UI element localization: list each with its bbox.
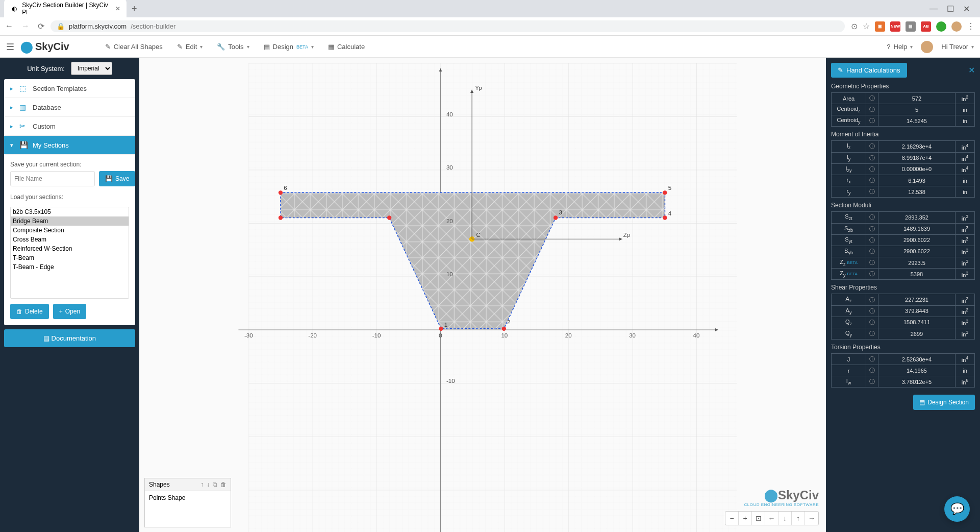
ext-icon-avatar[interactable] xyxy=(951,21,962,32)
reload-icon[interactable]: ⟳ xyxy=(38,21,44,31)
menu-clear-shapes[interactable]: ✎ Clear All Shapes xyxy=(105,43,163,51)
sidebar-item-custom[interactable]: ▸ ✂ Custom xyxy=(4,117,135,136)
address-bar: ← → ⟳ 🔒 platform.skyciv.com/section-buil… xyxy=(0,17,980,36)
ext-icon-1[interactable]: ▣ xyxy=(875,21,885,32)
info-icon[interactable]: ⓘ xyxy=(866,212,878,223)
pan-up-button[interactable]: ↑ xyxy=(792,512,805,525)
my-sections-body: Save your current section: 💾 Save Load y… xyxy=(4,155,135,325)
hand-calculations-button[interactable]: ✎ Hand Calculations xyxy=(831,63,907,78)
info-icon[interactable]: ⓘ xyxy=(866,257,878,269)
hamburger-icon[interactable]: ☰ xyxy=(6,41,14,53)
help-button[interactable]: ? Help ▾ xyxy=(887,43,913,51)
zoom-in-button[interactable]: + xyxy=(739,512,752,525)
filename-input[interactable] xyxy=(10,171,95,186)
move-down-icon[interactable]: ↓ xyxy=(207,481,210,488)
chevron-down-icon: ▾ xyxy=(910,44,913,50)
user-area: ? Help ▾ Hi Trevor ▾ xyxy=(887,41,974,53)
menu-tools[interactable]: 🔧 Tools ▾ xyxy=(217,43,249,51)
info-icon[interactable]: ⓘ xyxy=(866,294,878,305)
ext-icon-new[interactable]: NEW xyxy=(890,21,900,32)
ext-icon-abp[interactable]: AB xyxy=(921,21,931,32)
design-section-button[interactable]: ▤ Design Section xyxy=(913,395,975,410)
info-icon[interactable]: ⓘ xyxy=(866,305,878,317)
canvas-area[interactable]: 1 2 3 4 5 6 C Yp Zp -30-20-10010203040 -… xyxy=(139,58,826,532)
info-icon[interactable]: ⓘ xyxy=(866,163,878,175)
close-window-icon[interactable]: ✕ xyxy=(963,4,970,14)
move-up-icon[interactable]: ↑ xyxy=(200,481,204,488)
info-icon[interactable]: ⓘ xyxy=(866,115,878,127)
avatar[interactable] xyxy=(921,41,933,53)
custom-icon: ✂ xyxy=(19,122,28,130)
sidebar-item-templates[interactable]: ▸ ⬚ Section Templates xyxy=(4,79,135,98)
info-icon[interactable]: ⓘ xyxy=(866,223,878,234)
ext-icon-pdf[interactable]: ▤ xyxy=(906,21,916,32)
info-icon[interactable]: ⓘ xyxy=(866,365,878,376)
info-icon[interactable]: ⓘ xyxy=(866,93,878,104)
chat-bubble-button[interactable]: 💬 xyxy=(944,496,970,522)
info-icon[interactable]: ⓘ xyxy=(866,354,878,365)
url-domain: platform.skyciv.com xyxy=(69,22,127,30)
sidebar-item-database[interactable]: ▸ ▥ Database xyxy=(4,98,135,117)
save-button[interactable]: 💾 Save xyxy=(99,171,135,186)
edit-icon: ✎ xyxy=(177,43,183,51)
pan-left-button[interactable]: ← xyxy=(765,512,778,525)
shapes-list[interactable]: Points Shape xyxy=(145,491,231,527)
new-tab-button[interactable]: + xyxy=(127,4,142,14)
menu-calculate[interactable]: ▦ Calculate xyxy=(328,43,365,51)
chevron-down-icon: ▾ xyxy=(10,142,14,149)
back-icon[interactable]: ← xyxy=(5,21,13,31)
shape-item[interactable]: Points Shape xyxy=(149,494,227,501)
group-geometric: Geometric Properties xyxy=(831,83,975,90)
info-icon[interactable]: ⓘ xyxy=(866,328,878,340)
pan-down-button[interactable]: ↓ xyxy=(778,512,792,525)
browser-tab[interactable]: ◐ SkyCiv Section Builder | SkyCiv Pl ✕ xyxy=(4,0,127,19)
table-row: Zy BETAⓘ5398in3 xyxy=(832,269,975,280)
info-icon[interactable]: ⓘ xyxy=(866,104,878,115)
info-icon[interactable]: ⓘ xyxy=(866,186,878,198)
table-row: Iwⓘ3.78012e+5in6 xyxy=(832,376,975,388)
svg-point-15 xyxy=(279,190,283,195)
url-box[interactable]: 🔒 platform.skyciv.com/section-builder xyxy=(51,20,845,32)
info-icon[interactable]: ⓘ xyxy=(866,246,878,257)
info-icon[interactable]: ⓘ xyxy=(866,317,878,328)
search-icon[interactable]: ⊙ xyxy=(851,21,858,31)
pan-right-button[interactable]: → xyxy=(805,512,818,525)
forward-icon[interactable]: → xyxy=(21,21,30,31)
delete-shape-icon[interactable]: 🗑 xyxy=(220,481,227,488)
info-icon[interactable]: ⓘ xyxy=(866,175,878,186)
star-icon[interactable]: ☆ xyxy=(863,21,870,31)
svg-point-7 xyxy=(502,327,506,331)
table-row: Izyⓘ0.00000e+0in4 xyxy=(832,163,975,175)
ext-icon-green[interactable] xyxy=(936,21,946,32)
maximize-icon[interactable]: ☐ xyxy=(947,4,954,14)
copy-icon[interactable]: ⧉ xyxy=(213,481,217,488)
unit-select[interactable]: Imperial xyxy=(71,62,112,75)
info-icon[interactable]: ⓘ xyxy=(866,234,878,246)
table-row: Centroidzⓘ5in xyxy=(832,104,975,115)
logo[interactable]: ⬤ SkyCiv xyxy=(20,40,69,54)
info-icon[interactable]: ⓘ xyxy=(866,269,878,280)
info-icon[interactable]: ⓘ xyxy=(866,376,878,388)
table-row: Areaⓘ572in2 xyxy=(832,93,975,104)
menu-edit[interactable]: ✎ Edit ▾ xyxy=(177,43,203,51)
svg-point-18 xyxy=(387,215,391,220)
user-greeting[interactable]: Hi Trevor ▾ xyxy=(941,43,974,51)
sections-listbox[interactable]: b2b C3.5x105Bridge BeamComposite Section… xyxy=(10,207,129,299)
open-button[interactable]: + Open xyxy=(53,304,86,319)
zoom-out-button[interactable]: − xyxy=(725,512,739,525)
tab-close-icon[interactable]: ✕ xyxy=(115,5,120,12)
info-icon[interactable]: ⓘ xyxy=(866,141,878,152)
delete-button[interactable]: 🗑 Delete xyxy=(10,304,49,319)
unit-label: Unit System: xyxy=(27,65,65,72)
info-icon[interactable]: ⓘ xyxy=(866,152,878,163)
documentation-button[interactable]: ▤ Documentation xyxy=(4,329,135,347)
zoom-fit-button[interactable]: ⊡ xyxy=(752,512,765,525)
minimize-icon[interactable]: — xyxy=(929,4,938,14)
svg-text:-30: -30 xyxy=(244,332,253,338)
menu-design[interactable]: ▤ Design BETA ▾ xyxy=(264,43,314,51)
sidebar-item-my-sections[interactable]: ▾ 💾 My Sections xyxy=(4,136,135,155)
logo-text: SkyCiv xyxy=(35,41,69,53)
close-panel-icon[interactable]: ✕ xyxy=(968,65,975,75)
kebab-icon[interactable]: ⋮ xyxy=(967,21,975,31)
section-canvas[interactable]: 1 2 3 4 5 6 C Yp Zp -30-20-10010203040 -… xyxy=(139,58,826,532)
